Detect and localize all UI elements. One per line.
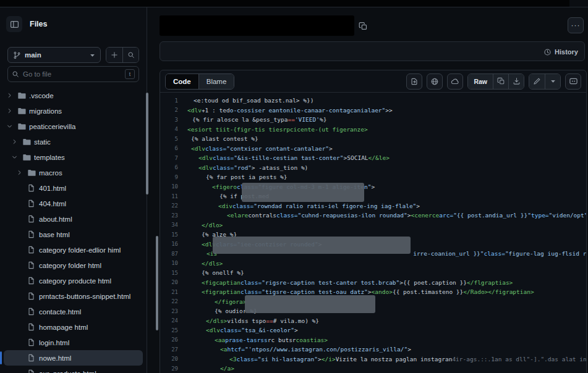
tree-item-401-html[interactable]: 401.html (4, 180, 143, 196)
open-with-button[interactable] (406, 73, 422, 90)
tree-item-static[interactable]: static (4, 134, 143, 149)
line-number[interactable]: 25 (160, 327, 184, 333)
tree-item-base-html[interactable]: base html (4, 227, 143, 242)
line-number[interactable]: 6 (160, 145, 184, 151)
files-sidebar: Files main (0, 7, 147, 373)
globe-icon (430, 77, 439, 86)
code-token: > (371, 183, 375, 190)
code-token: class= (220, 327, 241, 333)
line-number[interactable]: 26 (160, 337, 184, 343)
code-token: "'ntpos//www.iastagran.con/postizzaris_v… (245, 346, 407, 353)
edit-group (529, 73, 561, 90)
code-token: >{{ poet.caption }} (399, 279, 467, 286)
code-token: </flgraptias> (467, 279, 513, 286)
copy-raw-button[interactable] (493, 74, 508, 89)
line-number[interactable]: 7 (160, 155, 184, 161)
line-number[interactable]: 21 (160, 289, 184, 295)
tree-item-about-html[interactable]: about.html (4, 211, 143, 227)
raw-button[interactable]: Raw (468, 74, 493, 89)
line-number[interactable]: 4 (160, 126, 184, 132)
line-content: </dlo> (202, 222, 223, 228)
collapse-sidebar-button[interactable] (6, 16, 22, 32)
tree-item-our-producte-html[interactable]: our_producte html (4, 366, 143, 373)
code-line: 20<3 class="si hi-lastagran"></i> Vizite… (160, 354, 586, 364)
line-content: <a htcf="'ntpos//www.iastagran.con/posti… (220, 346, 411, 353)
branch-selector[interactable]: main (7, 47, 101, 63)
file-icon (27, 215, 36, 223)
tree-item-migrations[interactable]: migrations (4, 103, 143, 119)
go-to-file-placeholder: Go to file (23, 70, 121, 78)
line-number[interactable]: 22 (160, 298, 184, 304)
line-number[interactable]: 24 (160, 317, 184, 324)
line-number[interactable]: 29 (160, 366, 184, 372)
more-options-button[interactable]: ··· (568, 17, 584, 33)
symbols-icon (569, 77, 578, 86)
edit-button[interactable] (529, 74, 545, 89)
code-token: "{{ post.andia_url }}" (453, 212, 531, 219)
code-token: <cenerce (411, 212, 439, 219)
tab-blame[interactable]: Blame (199, 74, 234, 89)
tree-item-templates[interactable]: templates (4, 149, 143, 165)
edit-dropdown-button[interactable] (545, 74, 560, 89)
line-number[interactable]: 5 (160, 136, 184, 142)
line-number[interactable]: 87 (160, 251, 184, 257)
copy-path-button[interactable] (359, 20, 371, 32)
line-number[interactable]: 9 (160, 174, 184, 180)
line-number[interactable]: 23 (160, 308, 184, 314)
line-number[interactable]: 34 (160, 222, 184, 228)
line-number[interactable]: 20 (160, 356, 184, 362)
line-number[interactable]: 2 (160, 107, 184, 113)
tree-item-peaticcerievilla[interactable]: peaticcerievilla (4, 119, 143, 134)
code-token: class= (232, 203, 254, 209)
tree-item-404-html[interactable]: 404.html (4, 196, 143, 211)
line-number[interactable]: 20 (160, 279, 184, 285)
tree-item-label: homapage html (39, 324, 88, 331)
preview-globe-button[interactable] (427, 73, 443, 90)
line-number[interactable]: 11 (160, 193, 184, 199)
tree-item-category-folder-html[interactable]: category folder html (4, 258, 143, 273)
redaction-box (242, 183, 364, 202)
go-to-file-input[interactable]: Go to file t (7, 66, 139, 82)
search-button[interactable] (122, 48, 138, 62)
code-token: "tigsre-caption test-oau datz" (262, 288, 368, 295)
tree-item-category-producte-html[interactable]: category producte html (4, 273, 143, 288)
tree-item-macros[interactable]: macros (4, 165, 143, 180)
tree-item-homapage-html[interactable]: homapage html (4, 319, 143, 335)
tree-item-category-folder-edlior-himl[interactable]: category folder-edlior himl (4, 242, 143, 258)
code-token: "&is-tille-cestian tast-conter" (234, 154, 343, 161)
line-number[interactable]: 10 (160, 260, 184, 266)
line-number[interactable]: 22 (160, 203, 184, 209)
code-token: >SOCIAL (344, 154, 369, 161)
line-number[interactable]: 3 (160, 117, 184, 123)
code-token: <dlv (198, 164, 213, 171)
code-token: <esiort tiit-{figr-tis tiesrpcicente-(ut… (187, 126, 368, 133)
symbols-panel-button[interactable] (565, 73, 581, 90)
tree-item-login-html[interactable]: login.html (4, 335, 143, 350)
code-line: 15{% onellf %} (160, 268, 586, 278)
code-line: 34</dlo> (160, 220, 586, 230)
code-token: <figraptian (202, 288, 241, 295)
tree-item-vscode[interactable]: .vscode (4, 88, 143, 103)
redacted-file-path (160, 15, 354, 36)
code-token: "viden/opt" (549, 212, 586, 219)
add-file-button[interactable] (106, 48, 122, 62)
tab-code[interactable]: Code (166, 74, 199, 89)
line-number[interactable]: 23 (160, 212, 184, 219)
tree-item-nowe-html[interactable]: nowe.html (4, 350, 143, 366)
code-viewer[interactable]: 1<e:toud od bif_soad bazst.nal> %})2<dlv… (160, 93, 586, 373)
tree-item-prntacts-buttons-snippet-html[interactable]: prntacts-buttons-snippet.html (4, 288, 143, 304)
line-number[interactable]: 6 (160, 164, 184, 170)
tree-item-contacte-html[interactable]: contacte.html (4, 304, 143, 319)
line-number[interactable]: 27 (160, 346, 184, 353)
file-icon (27, 369, 36, 373)
line-number[interactable]: 10 (160, 183, 184, 190)
line-number[interactable]: 1 (160, 98, 184, 104)
code-line: 2<dlv +1 : ted o-cossiser eantonile-cana… (160, 106, 586, 115)
line-number[interactable]: 16 (160, 241, 184, 247)
line-number[interactable]: 15 (160, 232, 184, 238)
code-token: == (288, 116, 294, 123)
history-button[interactable]: History (543, 46, 578, 58)
download-button[interactable] (508, 74, 524, 89)
line-number[interactable]: 15 (160, 270, 184, 276)
cloud-button[interactable] (447, 73, 463, 90)
